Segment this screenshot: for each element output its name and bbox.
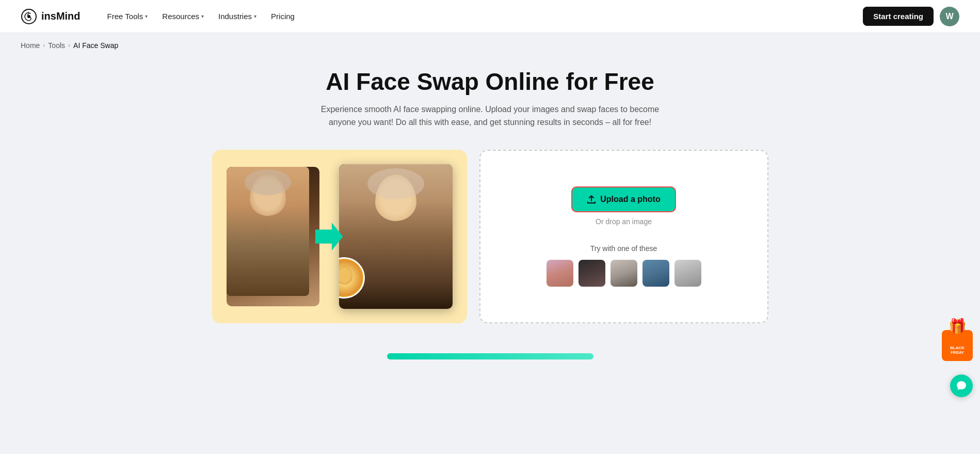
arrow-wrap [315, 223, 343, 251]
promo-box: BLACKFRIDAY [942, 330, 973, 361]
breadcrumb-sep-2: › [68, 42, 70, 49]
chevron-down-icon: ▾ [254, 13, 256, 19]
main-content: Upload a photo Or drop an image Try with… [0, 139, 980, 334]
source-face-inner [339, 260, 362, 296]
sample-thumb-5[interactable] [674, 260, 701, 287]
chat-icon [956, 380, 967, 392]
breadcrumb-sep-1: › [43, 42, 45, 49]
try-label: Try with one of these [590, 244, 657, 253]
sample-thumb-3[interactable] [611, 260, 637, 287]
figure-before [227, 167, 309, 296]
demo-before-image [227, 167, 319, 306]
preview-panel [212, 150, 467, 323]
hero-section: AI Face Swap Online for Free Experience … [0, 54, 980, 139]
chevron-down-icon: ▾ [145, 13, 148, 19]
breadcrumb-home[interactable]: Home [21, 41, 40, 50]
sample-thumb-1[interactable] [547, 260, 573, 287]
promo-label: BLACKFRIDAY [950, 346, 965, 355]
chat-widget[interactable] [950, 374, 973, 397]
breadcrumb-tools[interactable]: Tools [48, 41, 65, 50]
logo-icon [21, 8, 37, 25]
nav-right: Start creating W [863, 7, 959, 26]
page-title: AI Face Swap Online for Free [21, 68, 959, 96]
main-nav: insMind Free Tools ▾ Resources ▾ Industr… [0, 0, 980, 33]
upload-icon [587, 195, 596, 204]
black-friday-promo[interactable]: BLACKFRIDAY [942, 330, 973, 361]
logo-text: insMind [41, 10, 81, 22]
upload-panel: Upload a photo Or drop an image Try with… [479, 150, 768, 323]
chevron-down-icon: ▾ [201, 13, 204, 19]
hero-description: Experience smooth AI face swapping onlin… [315, 103, 666, 129]
logo[interactable]: insMind [21, 8, 81, 25]
bottom-section [0, 334, 980, 359]
nav-item-industries[interactable]: Industries ▾ [212, 8, 263, 25]
accent-bar [387, 353, 593, 359]
nav-item-pricing[interactable]: Pricing [265, 8, 301, 25]
breadcrumb: Home › Tools › AI Face Swap [0, 33, 980, 54]
gift-icon [950, 325, 965, 331]
face-swap-demo [227, 164, 453, 309]
svg-point-1 [27, 15, 30, 18]
demo-after-image [339, 164, 453, 309]
upload-photo-button[interactable]: Upload a photo [571, 186, 676, 212]
sample-thumbnails [547, 260, 701, 287]
nav-item-free-tools[interactable]: Free Tools ▾ [101, 8, 154, 25]
upload-hint: Or drop an image [596, 217, 652, 226]
avatar[interactable]: W [940, 7, 959, 26]
sample-thumb-4[interactable] [642, 260, 669, 287]
sample-thumb-2[interactable] [579, 260, 605, 287]
breadcrumb-current: AI Face Swap [73, 41, 118, 50]
nav-item-resources[interactable]: Resources ▾ [156, 8, 210, 25]
right-arrow-icon [315, 223, 343, 251]
nav-links: Free Tools ▾ Resources ▾ Industries ▾ Pr… [101, 8, 863, 25]
start-creating-button[interactable]: Start creating [863, 7, 934, 26]
